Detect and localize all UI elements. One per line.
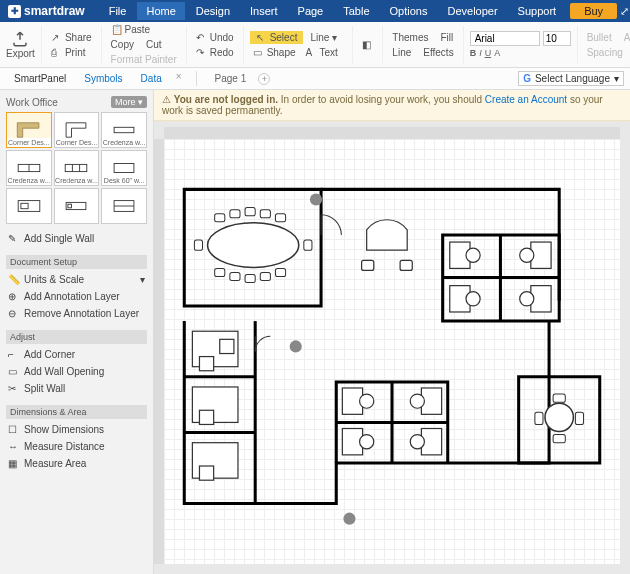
add-annotation-layer-button[interactable]: ⊕Add Annotation Layer xyxy=(6,288,147,305)
shape-tool[interactable]: ▭Shape xyxy=(250,46,299,59)
section-header-dimensions: Dimensions & Area xyxy=(6,405,147,419)
shape-icon: ▭ xyxy=(253,47,264,58)
add-page-button[interactable]: + xyxy=(258,73,270,85)
drawing-canvas[interactable] xyxy=(164,139,620,564)
shape-credenza-1[interactable]: Credenza w... xyxy=(101,112,147,148)
align-button[interactable]: Align xyxy=(621,31,630,44)
add-single-wall-button[interactable]: ✎ Add Single Wall xyxy=(6,230,147,247)
menu-insert[interactable]: Insert xyxy=(241,2,287,20)
paste-button[interactable]: 📋Paste xyxy=(108,23,180,36)
menu-table[interactable]: Table xyxy=(334,2,378,20)
shape-credenza-2[interactable]: Credenza w... xyxy=(6,150,52,186)
shape-item-7[interactable] xyxy=(6,188,52,224)
measure-distance-button[interactable]: ↔Measure Distance xyxy=(6,438,147,455)
spacing-button[interactable]: Spacing xyxy=(584,46,626,59)
export-label: Export xyxy=(6,48,35,59)
panel-tab-smartpanel[interactable]: SmartPanel xyxy=(6,71,74,86)
shape-corner-desk-1[interactable]: Corner Des... xyxy=(6,112,52,148)
more-button[interactable]: More ▾ xyxy=(111,96,147,108)
svg-rect-58 xyxy=(199,357,213,371)
remove-annotation-layer-button[interactable]: ⊖Remove Annotation Layer xyxy=(6,305,147,322)
redo-button[interactable]: ↷Redo xyxy=(193,46,237,59)
palette-icon: ◧ xyxy=(362,39,373,50)
svg-rect-24 xyxy=(260,210,270,218)
menu-file[interactable]: File xyxy=(100,2,136,20)
italic-button[interactable]: I xyxy=(479,48,482,58)
themes-button[interactable]: Themes xyxy=(389,31,431,44)
create-account-link[interactable]: Create an Account xyxy=(485,94,567,105)
bold-button[interactable]: B xyxy=(470,48,477,58)
section-header-doc-setup: Document Setup xyxy=(6,255,147,269)
menu-page[interactable]: Page xyxy=(289,2,333,20)
shape-item-9[interactable] xyxy=(101,188,147,224)
quick-style-group: ◧ xyxy=(359,26,383,63)
svg-rect-28 xyxy=(245,274,255,282)
svg-point-49 xyxy=(360,435,374,449)
section-adjust: Adjust ⌐Add Corner ▭Add Wall Opening ✂Sp… xyxy=(6,330,147,397)
opening-icon: ▭ xyxy=(8,366,19,377)
shape-library-grid: Corner Des... Corner Des... Credenza w..… xyxy=(6,112,147,224)
shape-credenza-3[interactable]: Credenza w... xyxy=(54,150,100,186)
panel-tab-data[interactable]: Data xyxy=(133,71,170,86)
buy-button[interactable]: Buy xyxy=(570,3,617,19)
line-style-button[interactable]: Line xyxy=(389,46,414,59)
language-select[interactable]: G Select Language ▾ xyxy=(518,71,624,86)
add-corner-button[interactable]: ⌐Add Corner xyxy=(6,346,147,363)
effects-button[interactable]: Effects xyxy=(420,46,456,59)
expand-icon[interactable]: ⤢ xyxy=(617,4,630,18)
svg-point-47 xyxy=(410,394,424,408)
page-tab-1[interactable]: Page 1 xyxy=(207,71,255,86)
format-painter-button[interactable]: Format Painter xyxy=(108,53,180,66)
undo-button[interactable]: ↶Undo xyxy=(193,31,237,44)
vertical-ruler xyxy=(154,139,164,564)
main-menu: File Home Design Insert Page Table Optio… xyxy=(100,2,565,20)
shape-item-8[interactable] xyxy=(54,188,100,224)
font-color-button[interactable]: A xyxy=(494,48,500,58)
share-button[interactable]: ↗Share xyxy=(48,31,95,44)
undo-icon: ↶ xyxy=(196,32,207,43)
menu-options[interactable]: Options xyxy=(381,2,437,20)
menu-developer[interactable]: Developer xyxy=(438,2,506,20)
smartpanel-sidebar: Work Office More ▾ Corner Des... Corner … xyxy=(0,90,154,574)
chevron-down-icon: ▾ xyxy=(332,32,343,43)
svg-rect-53 xyxy=(553,394,565,402)
login-notice: ⚠ You are not logged in. In order to avo… xyxy=(154,90,630,121)
print-button[interactable]: ⎙Print xyxy=(48,46,95,59)
bullet-button[interactable]: Bullet xyxy=(584,31,615,44)
panel-close-button[interactable]: × xyxy=(172,71,186,86)
panel-tab-symbols[interactable]: Symbols xyxy=(76,71,130,86)
font-size-select[interactable] xyxy=(543,31,571,46)
svg-rect-31 xyxy=(194,240,202,250)
svg-point-35 xyxy=(343,513,355,525)
chevron-down-icon: ▾ xyxy=(614,73,619,84)
text-tool[interactable]: AText xyxy=(303,46,341,59)
fill-button[interactable]: Fill xyxy=(437,31,456,44)
select-tool[interactable]: ↖Select xyxy=(250,31,304,44)
measure-area-button[interactable]: ▦Measure Area xyxy=(6,455,147,472)
font-group: B I U A xyxy=(470,26,578,63)
quick-style-button[interactable]: ◧ xyxy=(359,38,376,51)
shape-corner-desk-2[interactable]: Corner Des... xyxy=(54,112,100,148)
checkbox-icon: ☐ xyxy=(8,424,19,435)
canvas-area[interactable] xyxy=(154,121,630,574)
cut-button[interactable]: Cut xyxy=(143,38,165,51)
shape-desk-60[interactable]: Desk 60" w... xyxy=(101,150,147,186)
underline-button[interactable]: U xyxy=(485,48,492,58)
menu-design[interactable]: Design xyxy=(187,2,239,20)
layer-remove-icon: ⊖ xyxy=(8,308,19,319)
copy-button[interactable]: Copy xyxy=(108,38,137,51)
menu-home[interactable]: Home xyxy=(137,2,184,20)
notice-mid: In order to avoid losing your work, you … xyxy=(278,94,485,105)
font-family-select[interactable] xyxy=(470,31,540,46)
menu-support[interactable]: Support xyxy=(509,2,566,20)
split-wall-button[interactable]: ✂Split Wall xyxy=(6,380,147,397)
logo-icon: ✚ xyxy=(8,5,21,18)
units-scale-button[interactable]: 📏Units & Scale▾ xyxy=(6,271,147,288)
show-dimensions-toggle[interactable]: ☐Show Dimensions xyxy=(6,421,147,438)
line-tool[interactable]: Line▾ xyxy=(307,31,346,44)
add-wall-opening-button[interactable]: ▭Add Wall Opening xyxy=(6,363,147,380)
notice-pre: You are not logged in. xyxy=(174,94,278,105)
svg-rect-6 xyxy=(114,164,134,173)
export-button[interactable]: Export xyxy=(6,30,35,59)
section-header-adjust: Adjust xyxy=(6,330,147,344)
